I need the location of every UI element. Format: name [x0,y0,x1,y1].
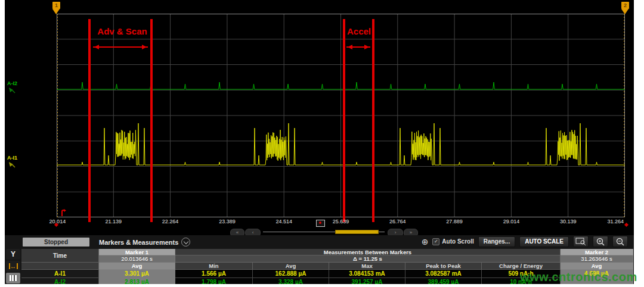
col-header-charge-energy: Charge / Energy [482,263,561,270]
time-header-cell: Time [21,249,99,263]
marker-1-arrow-icon [52,9,60,14]
scroll-thumb[interactable] [335,230,379,234]
measurement-value-cell: 3.301 µA [99,270,175,278]
auto-scroll-label: Auto Scroll [442,238,473,245]
axis-tick-label: 27.889 [446,219,463,224]
axis-tick-label: 25.639 [333,219,349,224]
trigger-position-icon[interactable] [316,220,325,227]
measurement-value-cell: 2.813 µA [99,278,175,284]
zoom-out-button[interactable] [612,236,628,247]
channel-name-cell: A-I1 [21,270,99,278]
measurement-value-cell: 3.084153 mA [329,270,405,278]
measurement-value-cell: 389.459 µA [405,278,482,284]
marker1-header-cell: Marker 1 [99,249,175,255]
col-header-max: Max [329,263,405,270]
check-icon[interactable]: ✓ [432,238,439,245]
annotation-line-4 [372,19,374,222]
zoom-in-button[interactable] [593,236,608,247]
measurement-value-cell: 162.888 µA [253,270,329,278]
axis-tick-label: 30.139 [560,219,577,224]
annotation-line-2 [150,19,153,222]
oscilloscope-app: 1 2 A-I2 A-I1 Adv & Scan Accel 20.01421.… [5,0,634,284]
axis-tick-label: 23.389 [219,219,236,224]
channel-label-a-i1[interactable]: A-I1 [7,155,17,161]
axis-tick-label: 22.264 [162,219,179,224]
annotation-line-1 [88,19,91,222]
axis-tick-label: 24.514 [275,219,292,224]
axis-tick-label: 21.139 [106,219,122,224]
marker-tool-button[interactable]: ↔ [6,261,20,272]
axis-tick-label: 26.764 [389,219,406,224]
auto-scale-button[interactable]: AUTO SCALE [519,236,569,247]
col-header-peak-to-peak: Peak to Peak [405,263,482,270]
adv-scan-span-arrow-icon [93,46,148,48]
measurement-value-cell: 3.328 µA [253,278,329,284]
marker1-time-cell: 20.013646 s [99,255,175,263]
marker-2-handle[interactable]: 2 [621,2,629,14]
col-header-avg: Avg [253,263,329,270]
col-header-min: Min [175,263,253,270]
table-view-button[interactable] [6,273,20,283]
between-markers-header-cell: Measurements Between Markers [175,249,561,255]
channel-label-a-i2[interactable]: A-I2 [7,80,17,86]
measurement-value-cell: 1.798 µA [175,278,253,284]
channel-a-i1-probe-icon [8,161,16,168]
axis-tick-label: 29.014 [503,219,520,224]
markers-measurements-label: Markers & Measurements [99,239,178,246]
page: 1 2 A-I2 A-I1 Adv & Scan Accel 20.01421.… [0,0,644,287]
axis-tick-label: 31.264 [607,219,624,224]
display-zoom-icon [575,238,586,245]
measurement-value-cell: 3.082587 mA [405,270,482,278]
annotation-adv-scan-label: Adv & Scan [97,26,147,36]
watermark: www.cntronics.com [520,270,637,284]
annotation-line-3 [343,19,345,222]
marker2-time-cell: 31.263646 s [561,255,633,263]
axis-red-dot-right [624,223,628,227]
trigger-time-icon [60,209,67,217]
table-sidebar: Y ↔ [6,249,20,284]
table-grid-icon [10,275,17,281]
marker-1-handle[interactable]: 1 [52,2,60,14]
zoom-out-icon [616,238,624,246]
marker-2-label: 2 [621,2,629,9]
zoom-in-icon [596,238,605,246]
marker-2-arrow-icon [621,9,628,14]
annotation-accel-label: Accel [347,26,371,36]
auto-scroll-toggle[interactable]: ✓ Auto Scroll [432,238,473,245]
channel-name-cell: A-I2 [21,278,99,284]
marker2-col-header: Avg [561,263,633,270]
ranges-button[interactable]: Ranges... [478,236,515,247]
axis-ticks: 20.01421.13922.26423.38924.51425.63926.7… [57,219,625,225]
probe-icon: Y [11,250,16,258]
zoom-fit-button[interactable] [573,236,589,247]
marker1-col-header: Avg [99,263,175,270]
stopped-button[interactable]: Stopped [23,238,89,247]
marker2-header-cell: Marker 2 [561,249,633,255]
delta-time-cell: Δ = 11.25 s [175,255,561,263]
measurement-value-cell: 391.257 µA [329,278,405,284]
marker-measure-icon: ↔ [9,263,18,269]
empty-header-cell [21,263,99,270]
channel-a-i2-probe-icon [8,87,16,93]
accel-span-arrow-icon [346,46,370,48]
markers-measurements-menu[interactable]: Markers & Measurements [99,238,190,247]
probe-tool-button[interactable]: Y [6,249,20,260]
chevron-down-icon[interactable] [181,238,190,247]
crosshair-icon[interactable]: ⊕ [422,238,429,246]
measurement-value-cell: 1.566 µA [175,270,253,278]
marker-1-label: 1 [52,2,60,9]
